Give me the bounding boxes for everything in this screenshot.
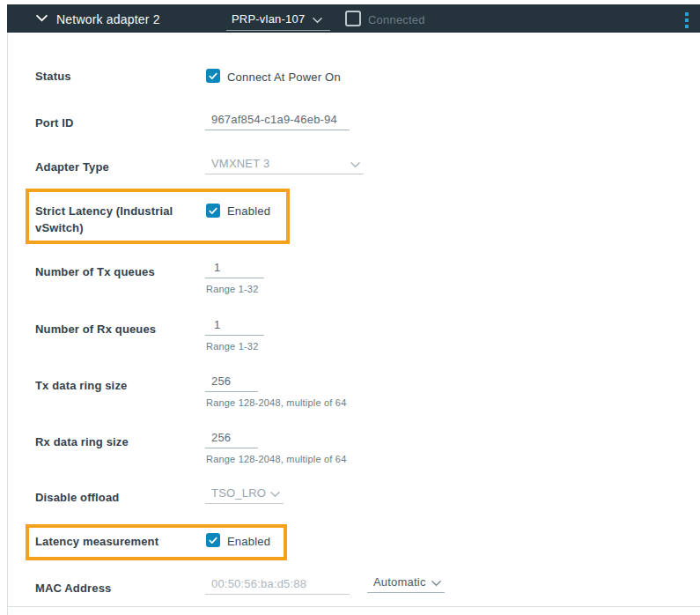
connected-label: Connected	[368, 13, 425, 26]
disable-offload-value: TSO_LRO	[205, 486, 266, 500]
rx-queues-label: Number of Rx queues	[35, 322, 156, 336]
tx-ring-helper: Range 128-2048, multiple of 64	[206, 397, 347, 408]
chevron-down-icon	[270, 491, 280, 498]
adapter-type-value: VMXNET 3	[205, 157, 269, 170]
chevron-down-icon	[431, 580, 441, 587]
port-id-input[interactable]	[205, 113, 350, 130]
rx-queues-helper: Range 1-32	[206, 341, 259, 352]
latency-measurement-enabled-label: Enabled	[227, 535, 270, 548]
strict-latency-checkbox[interactable]	[206, 204, 220, 218]
tx-queues-label: Number of Tx queues	[35, 265, 155, 278]
adapter-type-select[interactable]: VMXNET 3	[205, 157, 364, 174]
network-select-value: PRP-vlan-107	[226, 12, 305, 26]
check-icon	[209, 72, 217, 80]
chevron-down-icon	[313, 17, 322, 24]
tx-queues-input[interactable]	[205, 261, 264, 278]
rx-ring-input[interactable]	[205, 431, 258, 448]
check-icon	[209, 207, 217, 215]
strict-latency-enabled-label: Enabled	[227, 204, 270, 218]
adapter-title: Network adapter 2	[56, 12, 160, 26]
network-adapter-panel: { "header": { "title": "Network adapter …	[0, 0, 700, 615]
latency-measurement-checkbox[interactable]	[206, 533, 220, 547]
strict-latency-label: Strict Latency (Industrial vSwitch)	[35, 203, 199, 236]
mac-address-label: MAC Address	[35, 582, 111, 595]
chevron-down-icon[interactable]	[36, 14, 48, 22]
rx-ring-label: Rx data ring size	[35, 435, 129, 448]
mac-mode-value: Automatic	[367, 575, 426, 589]
tx-ring-input[interactable]	[205, 374, 258, 392]
network-select[interactable]: PRP-vlan-107	[226, 8, 330, 31]
latency-measurement-label: Latency measurement	[35, 535, 158, 548]
status-label: Status	[35, 70, 71, 83]
port-id-label: Port ID	[35, 116, 74, 130]
disable-offload-label: Disable offload	[35, 491, 119, 504]
tx-ring-label: Tx data ring size	[35, 379, 127, 392]
adapter-type-label: Adapter Type	[35, 160, 109, 174]
panel-left-border	[7, 4, 8, 615]
kebab-menu-icon[interactable]	[682, 11, 692, 30]
rx-ring-helper: Range 128-2048, multiple of 64	[206, 454, 347, 464]
rx-queues-input[interactable]	[205, 318, 264, 336]
connect-at-power-on-checkbox[interactable]	[206, 69, 220, 83]
chevron-down-icon	[350, 161, 360, 168]
connected-checkbox[interactable]	[345, 11, 361, 26]
connect-at-power-on-label: Connect At Power On	[227, 70, 341, 84]
mac-address-input[interactable]	[205, 577, 350, 595]
mac-mode-select[interactable]: Automatic	[367, 575, 445, 593]
disable-offload-select[interactable]: TSO_LRO	[205, 486, 284, 504]
check-icon	[209, 537, 217, 545]
tx-queues-helper: Range 1-32	[206, 284, 259, 294]
section-divider	[7, 606, 700, 607]
adapter-header: Network adapter 2 PRP-vlan-107 Connected	[7, 4, 700, 33]
